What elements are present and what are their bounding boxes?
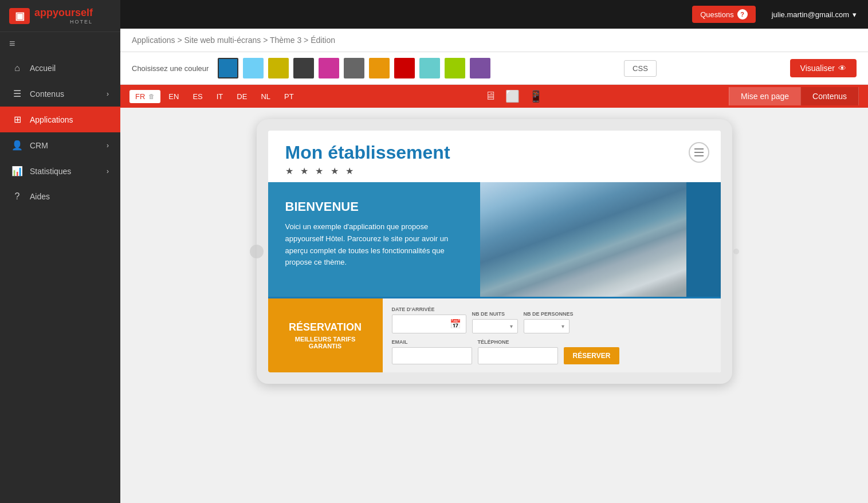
color-swatch-gray[interactable] — [344, 58, 364, 78]
logo-text: appyourself — [34, 7, 93, 19]
personnes-label: NB DE PERSONNES — [524, 311, 574, 317]
slider-right-dot — [733, 249, 739, 254]
reservation-left: RÉSERVATION MEILLEURS TARIFS GARANTIS — [268, 298, 383, 372]
nb-personnes-group: NB DE PERSONNES ▾ — [524, 311, 574, 333]
nb-nuits-group: NB DE NUITS ▾ — [472, 311, 518, 333]
logo-app: app — [34, 7, 53, 18]
question-icon: ? — [11, 191, 23, 202]
tab-mise-en-page[interactable]: Mise en page — [729, 87, 800, 105]
device-icons: 🖥 ⬜ 📱 — [485, 89, 543, 103]
sidebar-item-applications[interactable]: ⊞ Applications — [0, 107, 120, 132]
color-swatch-green[interactable] — [445, 58, 465, 78]
lang-tab-es[interactable]: ES — [187, 90, 208, 103]
chevron-down-nuits: ▾ — [510, 323, 513, 329]
logo-icon: ▣ — [9, 8, 30, 24]
hamburger-line-2 — [694, 152, 704, 153]
color-toolbar: Choisissez une couleur CSS Visualiser 👁 — [120, 52, 868, 85]
tab-contenus[interactable]: Contenus — [800, 87, 859, 105]
lang-tab-nl[interactable]: NL — [255, 90, 276, 103]
site-title: Mon établissement — [285, 142, 704, 163]
personnes-select[interactable]: ▾ — [524, 319, 569, 333]
top-header: Questions ? julie.martin@gmail.com ▾ — [120, 0, 868, 29]
sidebar-label-applications: Applications — [30, 115, 73, 124]
hero-section: BIENVENUE Voici un exemple d'application… — [268, 182, 721, 297]
hamburger-line-3 — [694, 155, 704, 156]
nuits-label: NB DE NUITS — [472, 311, 518, 317]
hero-left: BIENVENUE Voici un exemple d'application… — [268, 182, 480, 297]
date-arrivee-group: DATE D'ARRIVÉE 📅 — [392, 306, 466, 333]
slider-left-dot[interactable] — [250, 245, 264, 258]
lang-tab-en[interactable]: EN — [163, 90, 184, 103]
user-menu[interactable]: julie.martin@gmail.com ▾ — [772, 10, 857, 19]
sidebar-label-accueil: Accueil — [30, 64, 56, 73]
chevron-down-personnes: ▾ — [561, 323, 564, 329]
css-button[interactable]: CSS — [624, 60, 657, 77]
color-swatch-teal[interactable] — [419, 58, 440, 78]
hero-text: Voici un exemple d'application que propo… — [285, 221, 463, 269]
grid-icon: ⊞ — [11, 114, 23, 125]
chevron-right-icon-crm: › — [107, 142, 109, 150]
hero-right-overlay — [686, 182, 721, 297]
site-header: Mon établissement ★ ★ ★ ★ ★ — [268, 131, 721, 182]
sidebar-item-accueil[interactable]: ⌂ Accueil — [0, 56, 120, 81]
user-icon: 👤 — [11, 140, 23, 151]
sidebar-label-contenus: Contenus — [30, 89, 64, 99]
form-row-2: EMAIL TÉLÉPHONE RÉSERVER — [392, 339, 712, 364]
color-swatch-red[interactable] — [394, 58, 415, 78]
visualiser-button[interactable]: Visualiser 👁 — [790, 59, 857, 77]
home-icon: ⌂ — [11, 63, 23, 73]
lang-tab-pt[interactable]: PT — [278, 90, 300, 103]
color-swatch-purple[interactable] — [470, 58, 490, 78]
lang-tab-fr[interactable]: FR 🗑 — [129, 90, 160, 103]
telephone-group: TÉLÉPHONE — [478, 339, 558, 364]
breadcrumb: Applications > Site web multi-écrans > T… — [120, 29, 868, 52]
breadcrumb-text: Applications > Site web multi-écrans > T… — [132, 36, 335, 45]
desktop-icon[interactable]: 🖥 — [485, 89, 496, 103]
telephone-input[interactable] — [478, 347, 558, 364]
hamburger-button[interactable] — [689, 142, 709, 163]
color-label: Choisissez une couleur — [132, 64, 209, 73]
questions-label: Questions — [700, 10, 734, 19]
logo-subtitle: HOTEL — [34, 19, 93, 25]
sidebar-label-aides: Aides — [30, 192, 50, 201]
hero-title: BIENVENUE — [285, 199, 463, 214]
color-swatch-yellow[interactable] — [268, 58, 289, 78]
email-form-label: EMAIL — [392, 339, 472, 345]
email-form-input[interactable] — [392, 347, 472, 364]
view-tabs: Mise en page Contenus — [729, 87, 859, 105]
eye-icon: 👁 — [838, 64, 846, 73]
tablet-icon[interactable]: ⬜ — [505, 89, 520, 103]
site-stars: ★ ★ ★ ★ ★ — [285, 166, 704, 176]
lang-tabs: FR 🗑 EN ES IT DE NL PT — [129, 90, 300, 103]
delete-lang-icon[interactable]: 🗑 — [148, 93, 155, 100]
chevron-right-icon-stats: › — [107, 167, 109, 175]
color-swatch-pink[interactable] — [319, 58, 339, 78]
color-swatch-light-blue[interactable] — [243, 58, 264, 78]
color-swatch-dark[interactable] — [293, 58, 314, 78]
calendar-icon: 📅 — [450, 319, 461, 329]
questions-button[interactable]: Questions ? — [692, 6, 756, 23]
nuits-select[interactable]: ▾ — [472, 319, 518, 333]
file-icon: ☰ — [11, 88, 23, 99]
date-label: DATE D'ARRIVÉE — [392, 306, 466, 312]
hero-image — [480, 182, 721, 297]
chevron-right-icon: › — [107, 90, 109, 98]
lang-tab-it[interactable]: IT — [211, 90, 229, 103]
lang-label-fr: FR — [135, 92, 145, 101]
logo-yourself: yourself — [53, 7, 93, 18]
chevron-down-icon: ▾ — [853, 10, 857, 19]
mobile-icon[interactable]: 📱 — [529, 89, 543, 103]
color-swatch-blue[interactable] — [218, 58, 238, 78]
date-input[interactable]: 📅 — [392, 315, 466, 333]
preview-frame: Mon établissement ★ ★ ★ ★ ★ BIENVENUE Vo… — [257, 119, 732, 384]
reserver-button[interactable]: RÉSERVER — [564, 347, 620, 364]
sidebar-item-crm[interactable]: 👤 CRM › — [0, 132, 120, 158]
sidebar-item-contenus[interactable]: ☰ Contenus › — [0, 81, 120, 107]
sidebar-item-aides[interactable]: ? Aides — [0, 184, 120, 209]
color-swatch-orange[interactable] — [369, 58, 390, 78]
menu-toggle[interactable]: ≡ — [0, 32, 120, 56]
main-content: Questions ? julie.martin@gmail.com ▾ App… — [120, 0, 868, 503]
lang-tab-de[interactable]: DE — [231, 90, 253, 103]
sidebar-item-statistiques[interactable]: 📊 Statistiques › — [0, 158, 120, 184]
form-row-1: DATE D'ARRIVÉE 📅 NB DE NUITS — [392, 306, 712, 333]
